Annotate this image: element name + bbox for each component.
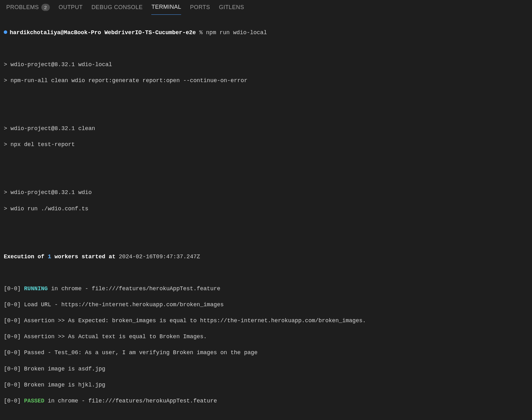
prompt-dir: WebdriverIO-TS-Cucumber-e2e bbox=[104, 29, 196, 36]
status-dot-icon bbox=[4, 30, 7, 34]
tab-debug-console-label: DEBUG CONSOLE bbox=[91, 3, 143, 12]
status-passed: PASSED bbox=[24, 398, 44, 404]
output-line: [0-0] Broken image is asdf.jpg bbox=[4, 365, 528, 373]
output-line bbox=[4, 157, 528, 165]
output-line bbox=[4, 221, 528, 229]
prompt-cmd: npm run wdio-local bbox=[206, 29, 267, 36]
run-prefix: [0-0] bbox=[4, 398, 24, 404]
tab-ports-label: PORTS bbox=[190, 3, 210, 12]
prompt-user: hardikchotaliya@MacBook-Pro bbox=[10, 29, 101, 36]
prompt-line: hardikchotaliya@MacBook-Pro WebdriverIO-… bbox=[4, 29, 528, 37]
output-line: > wdio run ./wdio.conf.ts bbox=[4, 205, 528, 213]
tab-problems[interactable]: PROBLEMS 2 bbox=[6, 0, 50, 15]
output-line bbox=[4, 269, 528, 277]
problems-badge: 2 bbox=[41, 4, 50, 11]
tab-gitlens[interactable]: GITLENS bbox=[219, 0, 244, 15]
exec-prefix: Execution of bbox=[4, 254, 48, 260]
tab-terminal[interactable]: TERMINAL bbox=[151, 0, 181, 15]
output-line: > wdio-project@8.32.1 wdio-local bbox=[4, 61, 528, 69]
tab-ports[interactable]: PORTS bbox=[190, 0, 210, 15]
tab-debug-console[interactable]: DEBUG CONSOLE bbox=[91, 0, 143, 15]
exec-line: Execution of 1 workers started at 2024-0… bbox=[4, 253, 528, 261]
exec-count: 1 bbox=[48, 254, 51, 260]
tab-output[interactable]: OUTPUT bbox=[59, 0, 83, 15]
output-line bbox=[4, 413, 528, 420]
output-line: [0-0] Broken image is hjkl.jpg bbox=[4, 381, 528, 389]
run-rest: in chrome - file:///features/herokuAppTe… bbox=[48, 286, 220, 292]
exec-ts: 2024-02-16T09:47:37.247Z bbox=[119, 254, 200, 260]
passed-line: [0-0] PASSED in chrome - file:///feature… bbox=[4, 397, 528, 405]
output-line: [0-0] Passed - Test_06: As a user, I am … bbox=[4, 349, 528, 357]
exec-mid: workers started at bbox=[51, 254, 119, 260]
status-running: RUNNING bbox=[24, 286, 48, 292]
output-line: > npx del test-report bbox=[4, 141, 528, 149]
panel-tabs: PROBLEMS 2 OUTPUT DEBUG CONSOLE TERMINAL… bbox=[0, 0, 532, 15]
output-line: > wdio-project@8.32.1 wdio bbox=[4, 189, 528, 197]
terminal-output[interactable]: hardikchotaliya@MacBook-Pro WebdriverIO-… bbox=[0, 15, 532, 420]
output-line bbox=[4, 45, 528, 53]
output-line: > npm-run-all clean wdio report:generate… bbox=[4, 77, 528, 85]
output-line: [0-0] Assertion >> As Expected: broken_i… bbox=[4, 317, 528, 325]
tab-gitlens-label: GITLENS bbox=[219, 3, 244, 12]
output-line: [0-0] Load URL - https://the-internet.he… bbox=[4, 301, 528, 309]
output-line bbox=[4, 109, 528, 117]
running-line: [0-0] RUNNING in chrome - file:///featur… bbox=[4, 285, 528, 293]
output-line: [0-0] Assertion >> As Actual text is equ… bbox=[4, 333, 528, 341]
output-line bbox=[4, 173, 528, 181]
tab-problems-label: PROBLEMS bbox=[6, 3, 39, 12]
run-prefix: [0-0] bbox=[4, 286, 24, 292]
output-line bbox=[4, 237, 528, 245]
prompt-sep: % bbox=[196, 29, 206, 36]
tab-output-label: OUTPUT bbox=[59, 3, 83, 12]
output-line: > wdio-project@8.32.1 clean bbox=[4, 125, 528, 133]
tab-terminal-label: TERMINAL bbox=[151, 3, 181, 11]
output-line bbox=[4, 93, 528, 101]
run-rest: in chrome - file:///features/herokuAppTe… bbox=[44, 398, 217, 404]
